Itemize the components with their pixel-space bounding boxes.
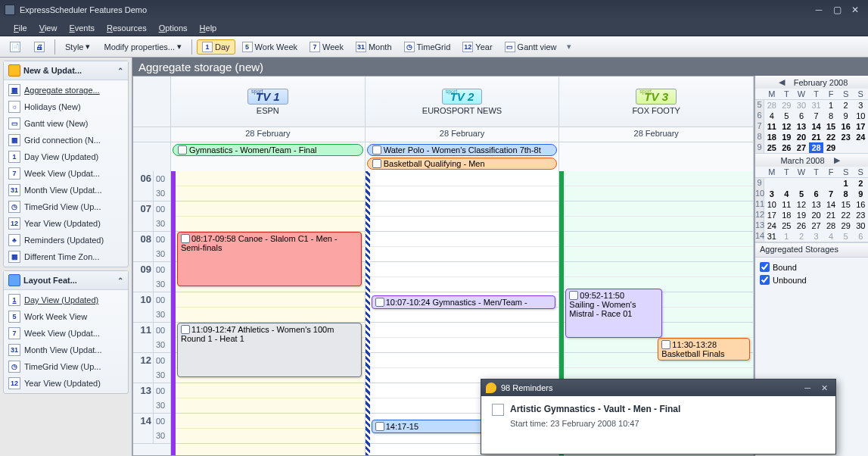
calendar-day[interactable]: 16 [853, 199, 868, 210]
calendar-day[interactable] [779, 178, 795, 189]
sidebar-item[interactable]: 7Week View (Updat... [4, 165, 128, 182]
event[interactable]: 08:17-09:58 Canoe - Slalom C1 - Men - Se… [177, 232, 362, 286]
sidebar-item[interactable]: ◷TimeGrid View (Up... [4, 198, 128, 215]
toolbar-dropdown-icon[interactable]: ▾ [565, 42, 573, 52]
event[interactable]: 11:09-12:47 Athletics - Women's 100m Rou… [177, 323, 362, 377]
calendar-day[interactable] [764, 178, 779, 189]
calendar-day[interactable]: 31 [809, 100, 824, 111]
view-timegrid[interactable]: ◷TimeGrid [399, 39, 456, 55]
allday-cell[interactable]: Gymnastics - Women/Team - Final [171, 142, 366, 171]
menu-resources[interactable]: Resources [101, 21, 153, 35]
calendar-day[interactable]: 8 [838, 189, 854, 199]
sidebar-item[interactable]: 31Month View (Updat... [4, 342, 128, 358]
sidebar-item[interactable]: ▭Gantt view (New) [4, 115, 128, 132]
menu-file[interactable]: File [8, 21, 33, 35]
calendar-day[interactable]: 26 [794, 220, 809, 231]
calendar-day[interactable]: 28 [809, 142, 824, 153]
panel-header[interactable]: Layout Feat... ⌃ [4, 271, 128, 290]
modify-properties-dropdown[interactable]: Modify properties... ▾ [98, 39, 187, 54]
allday-event[interactable]: Gymnastics - Women/Team - Final [173, 144, 363, 156]
storage-checkbox[interactable]: Unbound [760, 273, 863, 286]
sidebar-item[interactable]: ♣Reminders (Updated) [4, 232, 128, 248]
calendar-day[interactable]: 29 [838, 220, 854, 231]
calendar-day[interactable]: 2 [794, 231, 809, 242]
view-month[interactable]: 31Month [350, 39, 397, 55]
reminder-titlebar[interactable]: 98 Reminders ─ ✕ [481, 379, 835, 396]
allday-event[interactable]: Basketball Qualifying - Men [367, 158, 558, 170]
event[interactable]: 09:52-11:50Sailing - Women's Mistral - R… [565, 289, 662, 338]
calendar-day[interactable]: 17 [764, 210, 779, 220]
calendar-day[interactable]: 3 [853, 100, 868, 111]
sidebar-item[interactable]: ▦Aggregate storage... [4, 82, 128, 98]
calendar-day[interactable]: 21 [809, 132, 824, 142]
calendar-day[interactable]: 13 [809, 199, 824, 210]
sidebar-item[interactable]: 12Year View (Updated) [4, 215, 128, 232]
calendar-day[interactable]: 22 [838, 210, 854, 220]
new-button[interactable]: 📄 [5, 39, 26, 55]
calendar-day[interactable]: 5 [779, 111, 795, 121]
calendar-day[interactable]: 4 [779, 189, 795, 199]
calendar-day[interactable]: 21 [823, 210, 838, 220]
calendar-day[interactable]: 23 [853, 210, 868, 220]
event[interactable]: 11:30-13:28Basketball Finals [658, 338, 750, 361]
reminder-close-button[interactable]: ✕ [818, 383, 831, 393]
storage-checkbox[interactable]: Bound [760, 261, 863, 273]
calendar-day[interactable]: 11 [779, 199, 795, 210]
calendar-day[interactable]: 10 [764, 199, 779, 210]
calendar-day[interactable]: 24 [853, 132, 868, 142]
calendar-day[interactable]: 2 [853, 178, 868, 189]
calendar-day[interactable]: 1 [779, 231, 795, 242]
calendar-day[interactable]: 29 [823, 142, 838, 153]
calendar-day[interactable]: 10 [853, 111, 868, 121]
sidebar-item[interactable]: ◷TimeGrid View (Up... [4, 358, 128, 375]
calendar-day[interactable]: 6 [794, 111, 809, 121]
day-column[interactable]: 08:17-09:58 Canoe - Slalom C1 - Men - Se… [171, 171, 366, 455]
sidebar-item[interactable]: 31Month View (Updat... [4, 182, 128, 198]
calendar-day[interactable]: 28 [764, 100, 779, 111]
calendar-day[interactable]: 19 [794, 210, 809, 220]
calendar-day[interactable]: 7 [823, 189, 838, 199]
calendar-day[interactable]: 5 [838, 231, 854, 242]
calendar-day[interactable]: 15 [838, 199, 854, 210]
sidebar-item[interactable]: 1Day View (Updated) [4, 148, 128, 165]
calendar-day[interactable]: 23 [838, 132, 854, 142]
close-button[interactable]: ✕ [847, 4, 863, 16]
calendar-day[interactable]: 20 [809, 210, 824, 220]
allday-event[interactable]: Water Polo - Women's Classification 7th-… [367, 144, 558, 156]
calendar-day[interactable]: 20 [794, 132, 809, 142]
calendar-day[interactable] [794, 178, 809, 189]
calendar-day[interactable]: 1 [838, 178, 854, 189]
panel-header[interactable]: New & Updat... ⌃ [4, 61, 128, 80]
calendar-day[interactable]: 16 [838, 121, 854, 132]
view-work-week[interactable]: 5Work Week [237, 39, 303, 55]
calendar-day[interactable]: 13 [794, 121, 809, 132]
calendar-day[interactable]: 18 [764, 132, 779, 142]
calendar-day[interactable]: 11 [764, 121, 779, 132]
calendar-day[interactable]: 31 [764, 231, 779, 242]
calendar-day[interactable]: 30 [853, 220, 868, 231]
calendar-day[interactable]: 3 [809, 231, 824, 242]
view-year[interactable]: 12Year [457, 39, 497, 55]
sidebar-item[interactable]: 7Week View (Updat... [4, 325, 128, 342]
calendar-day[interactable]: 24 [764, 220, 779, 231]
view-week[interactable]: 7Week [304, 39, 349, 55]
calendar-day[interactable] [838, 142, 854, 153]
allday-cell[interactable] [559, 142, 754, 171]
calendar-day[interactable]: 15 [823, 121, 838, 132]
menu-events[interactable]: Events [63, 21, 101, 35]
calendar-day[interactable]: 27 [794, 142, 809, 153]
calendar-day[interactable]: 17 [853, 121, 868, 132]
calendar-day[interactable]: 26 [779, 142, 795, 153]
calendar-day[interactable]: 4 [764, 111, 779, 121]
prev-month-button[interactable]: ◀ [776, 77, 788, 87]
calendar-day[interactable]: 22 [823, 132, 838, 142]
calendar-day[interactable]: 27 [809, 220, 824, 231]
sidebar-item[interactable]: 1Day View (Updated) [4, 292, 128, 308]
calendar-day[interactable]: 12 [779, 121, 795, 132]
calendar-day[interactable]: 7 [809, 111, 824, 121]
calendar-day[interactable]: 6 [809, 189, 824, 199]
reminder-minimize-button[interactable]: ─ [801, 383, 814, 392]
print-button[interactable]: 🖨 [29, 39, 50, 55]
sidebar-item[interactable]: 5Work Week View [4, 308, 128, 325]
calendar-day[interactable]: 25 [764, 142, 779, 153]
